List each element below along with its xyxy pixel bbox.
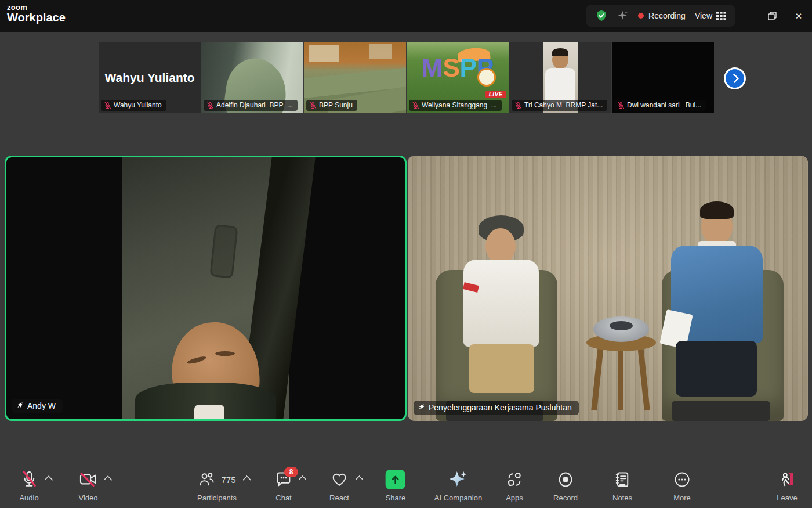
mspp-letter-s: S xyxy=(443,55,459,81)
participant-filmstrip: Wahyu Yulianto Wahyu Yulianto Adelfin Dj… xyxy=(99,42,714,113)
react-options-caret[interactable] xyxy=(355,475,364,485)
left-person-figure xyxy=(459,215,546,407)
security-shield-icon[interactable] xyxy=(595,9,608,22)
portrait-hair-shape xyxy=(552,48,568,56)
tile-name-label: Wellyana Sitanggang_... xyxy=(409,100,502,111)
shirt-collar-shape xyxy=(194,405,224,421)
meeting-toolbar: Audio Video 775 Participants 8 Chat xyxy=(0,462,812,508)
tile-name-text: Adelfin Djauhari_BPP_... xyxy=(216,101,293,109)
window-controls: — ✕ xyxy=(732,0,812,32)
leave-label: Leave xyxy=(777,493,797,502)
react-button[interactable]: React xyxy=(329,467,349,502)
filmstrip-tile-wahyu[interactable]: Wahyu Yulianto Wahyu Yulianto xyxy=(99,42,201,113)
audio-options-caret[interactable] xyxy=(44,475,53,485)
muted-camera-icon xyxy=(79,471,97,488)
main-video-andy[interactable]: Andy W xyxy=(5,156,407,421)
tile-name-label: Adelfin Djauhari_BPP_... xyxy=(204,100,298,111)
record-icon xyxy=(557,471,574,488)
tile-name-text: Dwi wandani sari_ Bul... xyxy=(627,101,701,109)
ai-companion-button[interactable]: AI Companion xyxy=(434,467,482,502)
head-shape xyxy=(485,228,516,264)
ai-companion-status-icon[interactable] xyxy=(617,10,629,21)
stool-shape xyxy=(586,306,656,410)
meeting-status-cluster: Recording View xyxy=(586,5,735,27)
audio-button[interactable]: Audio xyxy=(19,467,38,502)
speakerphone-shape xyxy=(593,316,649,342)
tile-name-label: BPP Sunju xyxy=(306,100,357,111)
more-ellipsis-icon xyxy=(673,471,691,488)
main-video-name-text: Penyelenggaraan Kerjasama Pusluhtan xyxy=(429,403,572,412)
apps-icon xyxy=(506,471,523,488)
brow-shape xyxy=(186,355,206,365)
filmstrip-tile-wellyana[interactable]: MSPP LIVE Wellyana Sitanggang_... xyxy=(407,42,509,113)
filmstrip-next-page-button[interactable] xyxy=(726,69,744,88)
main-video-name-label: Andy W xyxy=(12,399,63,413)
filmstrip-tile-adelfin[interactable]: Adelfin Djauhari_BPP_... xyxy=(201,42,303,113)
notes-button[interactable]: Notes xyxy=(612,467,632,502)
recording-label: Recording xyxy=(648,11,686,20)
title-bar: zoom Workplace Recording View — ✕ xyxy=(0,0,812,32)
filmstrip-tile-dwi[interactable]: Dwi wandani sari_ Bul... xyxy=(612,42,714,113)
video-label: Video xyxy=(78,493,97,502)
muted-mic-icon xyxy=(20,470,38,489)
muted-mic-icon xyxy=(412,102,419,109)
recording-dot-icon xyxy=(638,13,644,19)
tile-name-text: Wellyana Sitanggang_... xyxy=(422,101,497,109)
main-video-pusluhtan[interactable]: Penyelenggaraan Kerjasama Pusluhtan xyxy=(408,156,808,421)
tile-name-text: BPP Sunju xyxy=(319,101,353,109)
leave-door-icon xyxy=(778,471,796,488)
more-button[interactable]: More xyxy=(673,467,691,502)
logo-workplace-text: Workplace xyxy=(7,12,66,24)
view-button[interactable]: View xyxy=(695,11,726,20)
share-button[interactable]: Share xyxy=(386,467,406,502)
restore-button[interactable] xyxy=(759,0,785,32)
tile-name-text: Wahyu Yulianto xyxy=(114,101,162,109)
heart-icon xyxy=(331,471,348,488)
apps-label: Apps xyxy=(506,493,523,502)
participants-options-caret[interactable] xyxy=(242,475,252,485)
video-button[interactable]: Video xyxy=(78,467,97,502)
ai-companion-sparkle-icon xyxy=(448,470,468,489)
gallery-view-icon xyxy=(716,12,726,20)
share-screen-icon xyxy=(386,470,405,489)
filmstrip-tile-tri-cahyo[interactable]: Tri Cahyo M_BRMP Jat... xyxy=(509,42,611,113)
mspp-round-badge xyxy=(477,68,496,87)
participants-label: Participants xyxy=(197,493,237,502)
muted-mic-icon xyxy=(104,102,111,109)
speakerphone-core-shape xyxy=(610,321,633,330)
chat-options-caret[interactable] xyxy=(298,475,307,485)
record-button[interactable]: Record xyxy=(553,467,578,502)
minimize-button[interactable]: — xyxy=(732,0,759,32)
main-video-name-text: Andy W xyxy=(27,401,56,410)
window-shape xyxy=(369,44,392,59)
restore-icon xyxy=(768,12,777,20)
participants-button[interactable]: 775 Participants xyxy=(197,467,237,502)
right-person-figure xyxy=(668,198,766,407)
car-interior-video xyxy=(122,157,289,419)
close-button[interactable]: ✕ xyxy=(785,0,812,32)
car-handle-shape xyxy=(209,224,238,279)
tile-name-label: Tri Cahyo M_BRMP Jat... xyxy=(512,100,607,111)
filmstrip-tile-bpp-sunju[interactable]: BPP Sunju xyxy=(304,42,406,113)
participants-icon xyxy=(198,471,215,488)
white-shirt-shape xyxy=(463,260,539,347)
tile-name-text: Tri Cahyo M_BRMP Jat... xyxy=(524,101,603,109)
recording-indicator: Recording xyxy=(638,11,686,20)
view-label: View xyxy=(695,11,712,20)
muted-mic-icon xyxy=(514,102,522,109)
zoom-workplace-logo: zoom Workplace xyxy=(7,3,66,24)
record-label: Record xyxy=(553,493,578,502)
video-options-caret[interactable] xyxy=(103,475,113,485)
mspp-letter-m: M xyxy=(422,55,443,81)
main-video-name-label: Penyelenggaraan Kerjasama Pusluhtan xyxy=(414,401,579,415)
react-label: React xyxy=(329,493,349,502)
dark-pants-shape xyxy=(676,341,757,397)
chevron-right-icon xyxy=(729,74,739,84)
chat-button[interactable]: 8 Chat xyxy=(275,467,292,502)
window-shape xyxy=(309,45,339,62)
pin-icon xyxy=(16,402,24,410)
ai-companion-label: AI Companion xyxy=(434,493,482,502)
apps-button[interactable]: Apps xyxy=(506,467,523,502)
leave-button[interactable]: Leave xyxy=(777,467,797,502)
notes-icon xyxy=(614,471,631,488)
